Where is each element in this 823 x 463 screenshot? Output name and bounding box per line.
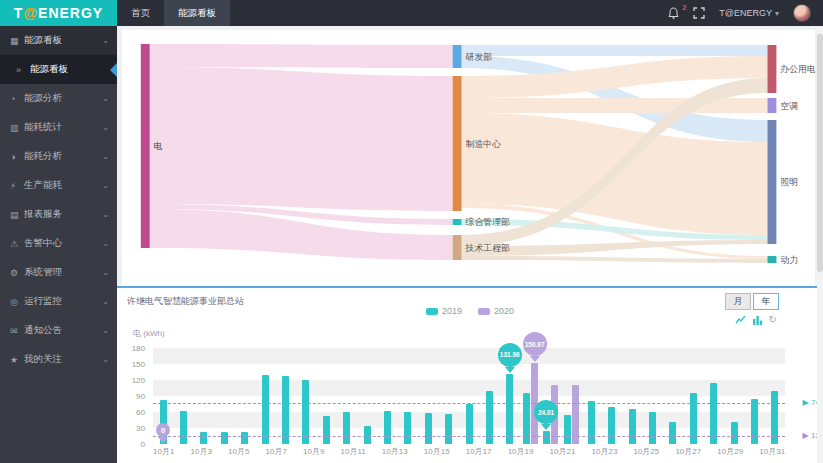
user-menu[interactable]: T@ENERGY ▾: [719, 8, 779, 18]
sidebar-item-运行监控[interactable]: ◎运行监控⌄: [0, 287, 117, 316]
x-tick: 10月3: [191, 446, 212, 457]
sankey-node-kongtiao[interactable]: [767, 98, 776, 113]
sidebar-item-能耗分析[interactable]: ◑能耗分析⌄: [0, 142, 117, 171]
bar-2019-10月3[interactable]: [200, 432, 207, 444]
sankey-node-zhizaozhongxin[interactable]: [453, 76, 462, 211]
bar-2019-10月22[interactable]: [588, 401, 595, 444]
bar-2019-10月23[interactable]: [608, 407, 615, 444]
legend-item-2020[interactable]: 2020: [478, 306, 514, 316]
bar-2019-10月5[interactable]: [241, 432, 248, 444]
x-tick: [533, 446, 549, 457]
bar-2019-10月14[interactable]: [425, 413, 432, 444]
bar-2019-10月9[interactable]: [323, 416, 330, 444]
sankey-node-bangong[interactable]: [767, 45, 776, 93]
x-tick: [324, 446, 340, 457]
data-marker-2020-day19[interactable]: 150.97: [523, 332, 547, 356]
sankey-node-yanfabu[interactable]: [453, 45, 462, 68]
bar-2019-10月10[interactable]: [343, 412, 350, 444]
y-tick: 120: [132, 376, 145, 385]
bar-2019-10月13[interactable]: [404, 412, 411, 444]
chevron-down-icon: ▾: [775, 9, 779, 18]
sankey-label-dian: 电: [154, 141, 163, 151]
bar-2019-10月7[interactable]: [282, 376, 289, 444]
bar-2019-10月20[interactable]: [543, 431, 550, 444]
bar-2019-10月21[interactable]: [564, 415, 571, 444]
sidebar-item-系统管理[interactable]: ⚙系统管理⌄: [0, 258, 117, 287]
gauge-icon: ◔: [10, 94, 24, 104]
sankey-chart[interactable]: 电 研发部 制造中心 综合管理部 技术工程部 办公用电 空调 照明 动力: [122, 30, 815, 286]
monitor-icon: ◎: [10, 297, 24, 307]
bar-group-10月23: [602, 348, 622, 444]
bar-2019-10月6[interactable]: [262, 375, 269, 444]
bar-group-10月12: [377, 348, 397, 444]
sankey-node-dian[interactable]: [141, 44, 150, 248]
bar-group-10月6: [255, 348, 275, 444]
sankey-node-zhaoming[interactable]: [767, 120, 776, 244]
bar-2020-10月21[interactable]: [572, 385, 579, 444]
bar-2019-10月2[interactable]: [180, 411, 187, 444]
x-tick: [366, 446, 382, 457]
line-chart-icon[interactable]: [735, 315, 746, 325]
legend-swatch: [426, 308, 438, 315]
header-right: 2 T@ENERGY ▾: [668, 0, 823, 26]
scrollbar-thumb[interactable]: [817, 34, 823, 272]
bar-2019-10月4[interactable]: [221, 432, 228, 444]
bar-2019-10月18[interactable]: [506, 374, 513, 444]
flow-dian-zhizaozhongxin[interactable]: [150, 67, 453, 211]
bar-group-10月25: [642, 348, 662, 444]
bar-group-10月8: [296, 348, 316, 444]
sidebar-subitem-能源看板[interactable]: »能源看板: [0, 55, 117, 84]
sidebar-item-能源分析[interactable]: ◔能源分析⌄: [0, 84, 117, 113]
bar-2019-10月15[interactable]: [445, 414, 452, 444]
bar-2019-10月8[interactable]: [302, 380, 309, 444]
sidebar-item-能耗统计[interactable]: ▥能耗统计⌄: [0, 113, 117, 142]
sidebar-item-生产能耗[interactable]: ⚡生产能耗⌄: [0, 171, 117, 200]
x-tick: 10月5: [228, 446, 249, 457]
brand-logo[interactable]: T@ENERGY: [0, 0, 117, 26]
app-window: T@ENERGY 首页能源看板 2 T@ENERGY ▾ ▦能源看板⌄»能源看板…: [0, 0, 823, 463]
bar-2019-10月26[interactable]: [669, 422, 676, 444]
bar-group-10月16: [459, 348, 479, 444]
flow-dian-yanfabu[interactable]: [150, 44, 453, 68]
bar-2019-10月16[interactable]: [466, 404, 473, 444]
sidebar-item-我的关注[interactable]: ★我的关注⌄: [0, 345, 117, 374]
refresh-icon[interactable]: ↻: [769, 315, 777, 325]
fullscreen-icon[interactable]: [693, 7, 705, 19]
tab-首页[interactable]: 首页: [117, 0, 164, 26]
sankey-node-zonghe[interactable]: [453, 219, 462, 225]
flow-yanfabu-bangong[interactable]: [462, 45, 768, 56]
bar-group-10月22: [581, 348, 601, 444]
bar-2019-10月29[interactable]: [731, 422, 738, 444]
sidebar-item-报表服务[interactable]: ▤报表服务⌄: [0, 200, 117, 229]
tab-能源看板[interactable]: 能源看板: [164, 0, 230, 26]
bar-chart-icon[interactable]: [752, 315, 763, 325]
notification-bell-icon[interactable]: 2: [668, 7, 679, 19]
x-tick: 10月21: [550, 446, 576, 457]
bar-group-10月28: [704, 348, 724, 444]
x-tick: 10月15: [424, 446, 450, 457]
bar-2019-10月11[interactable]: [364, 426, 371, 444]
data-marker-2019-day18[interactable]: 131.96: [498, 343, 522, 367]
sidebar-item-能源看板[interactable]: ▦能源看板⌄: [0, 26, 117, 55]
bar-group-10月7: [275, 348, 295, 444]
legend-label: 2020: [494, 306, 514, 316]
flow-zhizao-kongtiao[interactable]: [462, 98, 768, 113]
bar-2019-10月12[interactable]: [384, 411, 391, 444]
x-tick: [212, 446, 228, 457]
user-avatar[interactable]: [793, 4, 811, 22]
bar-2019-10月28[interactable]: [710, 383, 717, 444]
legend-item-2019[interactable]: 2019: [426, 306, 462, 316]
sankey-node-dongli[interactable]: [767, 256, 776, 263]
data-marker-2020-day1[interactable]: 0: [156, 423, 170, 437]
bar-2019-10月25[interactable]: [649, 412, 656, 444]
data-marker-2019-day20[interactable]: 24.01: [534, 400, 558, 424]
bar-chart-area[interactable]: ▶ 74.42▶ 12.270131.96150.9724.01: [153, 348, 785, 444]
bar-2019-10月24[interactable]: [629, 409, 636, 444]
bar-group-10月4: [214, 348, 234, 444]
sankey-node-jishu[interactable]: [453, 235, 462, 260]
scrollbar-track[interactable]: [817, 26, 823, 463]
x-tick: [450, 446, 466, 457]
brand-prefix: T: [14, 5, 24, 21]
sidebar-item-通知公告[interactable]: ✉通知公告⌄: [0, 316, 117, 345]
sidebar-item-告警中心[interactable]: ⚠告警中心⌄: [0, 229, 117, 258]
